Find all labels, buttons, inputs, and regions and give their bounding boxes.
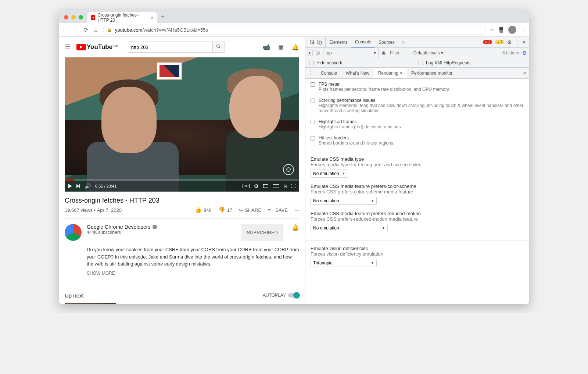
settings-button[interactable]: ⚙	[254, 183, 259, 189]
url-host: youtube.com	[115, 27, 142, 33]
play-button[interactable]	[68, 184, 72, 188]
fullscreen-button[interactable]: ⛶	[291, 184, 295, 189]
devtools-close-icon[interactable]: ×	[522, 39, 526, 45]
tab-close-icon[interactable]: ×	[151, 15, 154, 21]
tab-overflow[interactable]: »	[398, 37, 408, 47]
hidden-count[interactable]: 6 hidden	[502, 50, 519, 56]
reload-button[interactable]: ⟳	[82, 26, 89, 33]
drawer-tab-rendering[interactable]: Rendering ×	[374, 68, 407, 78]
tab-title: Cross-origin fetches - HTTP 20	[97, 13, 147, 23]
home-button[interactable]: ⌂	[93, 26, 99, 33]
log-level-selector[interactable]: Default levels ▾	[413, 50, 443, 56]
ads-title: Highlight ad frames	[319, 119, 402, 124]
youtube-logo[interactable]: YouTubeGB	[76, 43, 118, 51]
volume-button[interactable]: 🔊	[85, 183, 91, 189]
tab-console[interactable]: Console	[351, 37, 375, 47]
browser-tab[interactable]: Cross-origin fetches - HTTP 20 ×	[87, 12, 157, 23]
context-selector[interactable]: top▾	[323, 48, 379, 58]
scrolling-desc: Highlights elements (teal) that can slow…	[319, 103, 524, 113]
reduced-motion-select[interactable]: No emulation▼	[311, 224, 388, 232]
close-icon[interactable]: ×	[400, 71, 402, 76]
create-icon[interactable]: 📹	[263, 44, 270, 51]
reduced-motion-title: Emulate CSS media feature prefers-reduce…	[311, 211, 524, 216]
drawer-tab-console[interactable]: Console	[316, 68, 341, 78]
dislike-button[interactable]: 👎17	[218, 207, 232, 213]
devtools-panel: Elements Console Sources » 1 7 ⚙ ⋮ × ▸ t…	[305, 37, 529, 304]
like-button[interactable]: 👍848	[195, 207, 212, 213]
share-button[interactable]: ↪ SHARE	[239, 207, 261, 213]
media-type-select[interactable]: No emulation▼	[311, 170, 348, 178]
filter-input[interactable]	[388, 50, 410, 56]
lock-icon[interactable]: 🔒	[107, 28, 112, 32]
error-badge[interactable]: 1	[483, 40, 492, 44]
devtools-settings-icon[interactable]: ⚙	[507, 39, 512, 45]
fps-title: FPS meter	[319, 82, 450, 87]
show-more-button[interactable]: SHOW MORE	[87, 271, 299, 276]
apps-icon[interactable]: ▦	[278, 44, 284, 51]
vision-title: Emulate vision deficiencies	[311, 246, 524, 251]
live-expression-icon[interactable]: ◉	[381, 50, 386, 56]
chrome-menu-icon[interactable]: ⋮	[521, 27, 526, 33]
color-scheme-select[interactable]: No emulation▼	[311, 197, 377, 205]
reduced-motion-desc: Forces CSS prefers-reduced-motion media …	[311, 216, 524, 222]
omnibox[interactable]: 🔒 youtube.com/watch?v=vfAHa5GBLio&t=55s	[103, 25, 486, 35]
extension-icon[interactable]	[499, 27, 503, 33]
notifications-icon[interactable]: 🔔	[292, 44, 299, 51]
verified-icon: ✓	[153, 225, 157, 229]
vision-select[interactable]: Tritanopia▼	[311, 259, 377, 267]
hide-network-label: Hide network	[316, 60, 342, 65]
execution-toggle-icon[interactable]: ▸	[308, 50, 313, 56]
autoplay-toggle[interactable]: AUTOPLAY	[263, 293, 299, 298]
clear-console-icon[interactable]	[316, 51, 320, 55]
ads-checkbox[interactable]	[311, 120, 315, 124]
next-button[interactable]	[76, 184, 80, 188]
tab-sources[interactable]: Sources	[375, 37, 398, 47]
video-player[interactable]: 🔊 0:55 / 23:41 CC ⚙ ⎘ ⛶	[65, 57, 299, 192]
search-button[interactable]	[212, 42, 225, 53]
rendering-panel: FPS meterPlots frames per second, frame …	[305, 79, 529, 304]
miniplayer-button[interactable]	[263, 184, 268, 188]
bookmark-star-icon[interactable]: ☆	[490, 27, 494, 33]
search-form	[128, 42, 225, 53]
page-content: ☰ YouTubeGB 📹 ▦ 🔔	[59, 37, 305, 304]
warning-badge[interactable]: 7	[495, 40, 505, 44]
next-video-thumbnail[interactable]: Four sill	[65, 303, 116, 304]
fps-desc: Plots frames per second, frame rate dist…	[319, 87, 450, 92]
forward-button[interactable]: →	[72, 26, 79, 33]
youtube-favicon	[91, 15, 95, 20]
drawer-close-icon[interactable]: ×	[520, 70, 529, 76]
log-xhr-label: Log XMLHttpRequests	[426, 60, 470, 65]
next-video[interactable]: Four sill Four silly browser hacks - HTT…	[65, 303, 299, 304]
subscribe-button[interactable]: SUBSCRIBED	[241, 224, 283, 241]
hide-network-checkbox[interactable]	[309, 61, 313, 65]
captions-button[interactable]: CC	[243, 184, 250, 188]
drawer-menu-icon[interactable]: ⋮	[305, 70, 316, 76]
fps-checkbox[interactable]	[311, 82, 315, 87]
cast-button[interactable]: ⎘	[284, 184, 287, 189]
log-xhr-checkbox[interactable]	[419, 61, 423, 65]
inspect-icon[interactable]	[310, 39, 315, 45]
drawer-tab-whatsnew[interactable]: What's New	[341, 68, 374, 78]
hamburger-icon[interactable]: ☰	[65, 43, 71, 51]
more-actions-button[interactable]: ⋯	[294, 207, 299, 213]
tab-elements[interactable]: Elements	[326, 37, 351, 47]
next-video-title: Four silly browser hacks - HTTP 203	[120, 303, 197, 304]
drawer-tab-perfmon[interactable]: Performance monitor	[407, 68, 457, 78]
profile-avatar[interactable]	[508, 26, 516, 34]
channel-name[interactable]: Google Chrome Developers✓	[87, 224, 236, 230]
channel-avatar[interactable]	[65, 224, 82, 241]
save-button[interactable]: ≡+ SAVE	[268, 207, 288, 213]
color-scheme-title: Emulate CSS media feature prefers-color-…	[311, 184, 524, 189]
new-tab-button[interactable]: +	[161, 13, 165, 21]
devtools-menu-icon[interactable]: ⋮	[515, 40, 519, 45]
hittest-checkbox[interactable]	[311, 136, 315, 140]
search-input[interactable]	[128, 42, 212, 53]
window-controls[interactable]	[64, 15, 83, 19]
color-scheme-desc: Forces CSS prefers-color-scheme media fe…	[311, 189, 524, 195]
notification-bell-icon[interactable]: 🔔	[292, 224, 299, 241]
back-button[interactable]: ←	[62, 26, 68, 33]
device-toggle-icon[interactable]	[317, 39, 322, 45]
console-settings-icon[interactable]: ⚙	[522, 50, 527, 56]
scrolling-checkbox[interactable]	[311, 99, 315, 103]
theater-button[interactable]	[273, 184, 279, 188]
